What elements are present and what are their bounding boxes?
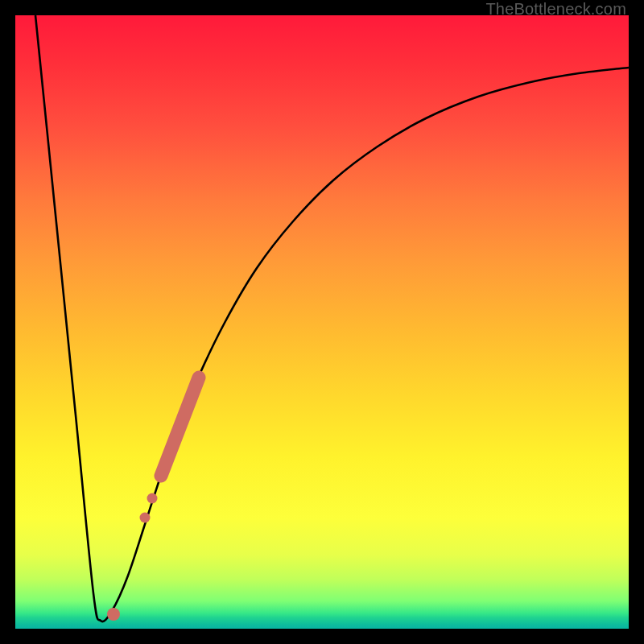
marker-segment <box>161 378 199 476</box>
chart-frame <box>15 15 629 629</box>
marker-dot <box>147 493 158 504</box>
curve-path <box>35 15 629 621</box>
marker-dot <box>107 608 120 621</box>
curve-markers <box>107 378 199 621</box>
bottleneck-curve-chart <box>15 15 629 629</box>
watermark-text: TheBottleneck.com <box>485 0 626 19</box>
marker-dot <box>140 513 151 523</box>
